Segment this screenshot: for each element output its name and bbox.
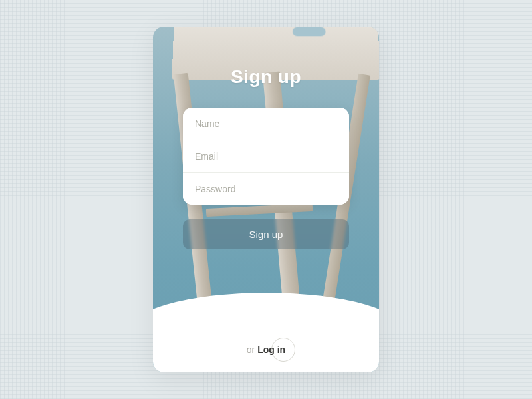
or-label: or: [247, 344, 257, 355]
signup-card: Sign up Name Email Password Sign up or L…: [153, 27, 379, 372]
signup-form: Name Email Password: [183, 108, 349, 205]
password-field[interactable]: Password: [183, 173, 349, 205]
page-title: Sign up: [231, 66, 301, 88]
login-link[interactable]: Log in: [257, 344, 285, 355]
signup-button[interactable]: Sign up: [183, 219, 349, 249]
footer-curve: [153, 293, 379, 372]
footer-text: or Log in: [153, 344, 379, 355]
email-field[interactable]: Email: [183, 140, 349, 173]
name-field[interactable]: Name: [183, 108, 349, 140]
